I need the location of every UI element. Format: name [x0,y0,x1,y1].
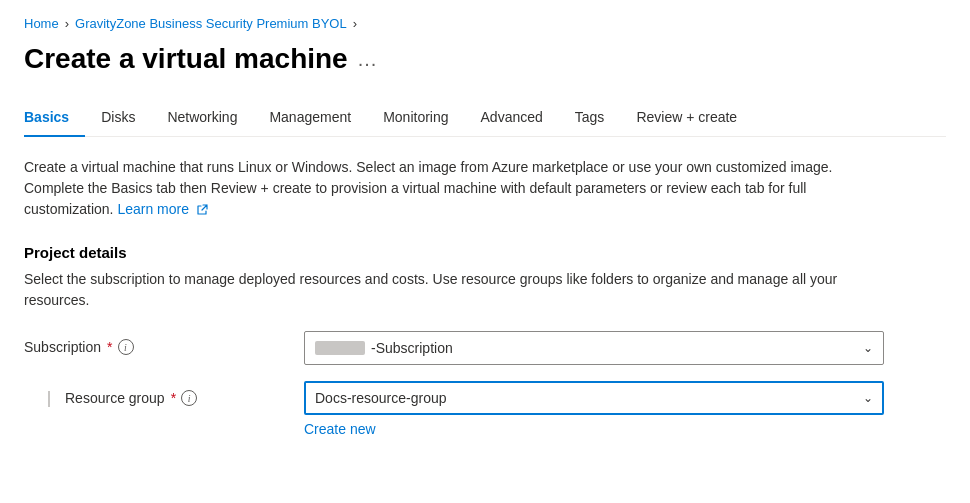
project-details-section: Project details Select the subscription … [24,244,946,437]
subscription-chevron-icon: ⌄ [863,341,873,355]
subscription-dropdown-value: -Subscription [315,340,453,356]
tab-management[interactable]: Management [253,99,367,137]
subscription-row: Subscription * i -Subscription ⌄ [24,331,946,365]
create-new-link[interactable]: Create new [304,421,376,437]
resource-group-label-col: Resource group * i [24,381,284,407]
section-title-project-details: Project details [24,244,946,261]
subscription-info-icon[interactable]: i [118,339,134,355]
subscription-label: Subscription [24,339,101,355]
subscription-required-star: * [107,339,112,355]
tab-disks[interactable]: Disks [85,99,151,137]
tab-tags[interactable]: Tags [559,99,621,137]
tab-monitoring[interactable]: Monitoring [367,99,464,137]
section-description-project-details: Select the subscription to manage deploy… [24,269,844,311]
resource-group-control-col: Docs-resource-group ⌄ Create new [304,381,884,437]
page-description: Create a virtual machine that runs Linux… [24,157,844,220]
resource-group-dropdown-value: Docs-resource-group [315,390,447,406]
indent-line [48,391,50,407]
subscription-dropdown[interactable]: -Subscription ⌄ [304,331,884,365]
external-link-icon [196,204,208,216]
breadcrumb-product[interactable]: GravityZone Business Security Premium BY… [75,16,347,31]
breadcrumb-home[interactable]: Home [24,16,59,31]
resource-group-chevron-icon: ⌄ [863,391,873,405]
breadcrumb-chevron-1: › [65,16,69,31]
subscription-control-col: -Subscription ⌄ [304,331,884,365]
subscription-blur [315,341,365,355]
subscription-value-suffix: -Subscription [371,340,453,356]
page-title: Create a virtual machine [24,43,348,75]
learn-more-link[interactable]: Learn more [117,201,207,217]
breadcrumb: Home › GravityZone Business Security Pre… [24,16,946,31]
tab-networking[interactable]: Networking [151,99,253,137]
tab-review-create[interactable]: Review + create [620,99,753,137]
more-options-button[interactable]: ... [358,48,378,71]
page-title-row: Create a virtual machine ... [24,43,946,75]
tab-basics[interactable]: Basics [24,99,85,137]
tabs-nav: Basics Disks Networking Management Monit… [24,99,946,137]
tab-advanced[interactable]: Advanced [465,99,559,137]
resource-group-row: Resource group * i Docs-resource-group ⌄… [24,381,946,437]
resource-group-required-star: * [171,390,176,406]
resource-group-info-icon[interactable]: i [181,390,197,406]
breadcrumb-chevron-2: › [353,16,357,31]
resource-group-label: Resource group [65,390,165,406]
subscription-label-col: Subscription * i [24,331,284,355]
resource-group-dropdown[interactable]: Docs-resource-group ⌄ [304,381,884,415]
indent-line-wrapper [48,389,60,407]
resource-group-value: Docs-resource-group [315,390,447,406]
